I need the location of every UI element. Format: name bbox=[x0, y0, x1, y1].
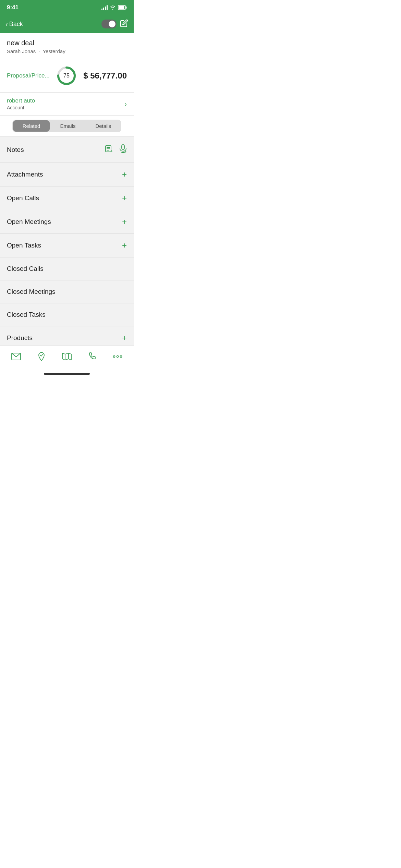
nav-actions bbox=[101, 19, 128, 29]
section-open-calls-label: Open Calls bbox=[7, 194, 39, 202]
section-closed-meetings-label: Closed Meetings bbox=[7, 288, 56, 296]
mail-icon bbox=[11, 353, 21, 360]
deal-meta: Sarah Jonas · Yesterday bbox=[7, 48, 127, 54]
open-meetings-actions: + bbox=[122, 218, 127, 226]
account-row[interactable]: robert auto Account › bbox=[0, 93, 134, 116]
signal-bars-icon bbox=[101, 5, 108, 10]
account-name: robert auto bbox=[7, 97, 35, 104]
attachments-actions: + bbox=[122, 170, 127, 179]
section-open-tasks[interactable]: Open Tasks + bbox=[0, 234, 134, 257]
svg-rect-1 bbox=[126, 7, 127, 9]
related-content: Notes + + bbox=[0, 137, 134, 346]
svg-point-20 bbox=[120, 355, 122, 357]
battery-icon bbox=[118, 5, 127, 10]
wifi-icon bbox=[110, 5, 116, 10]
deal-header: new deal Sarah Jonas · Yesterday bbox=[0, 33, 134, 59]
edit-icon[interactable] bbox=[120, 19, 128, 29]
tab-emails[interactable]: Emails bbox=[50, 120, 85, 132]
add-attachment-icon[interactable]: + bbox=[122, 170, 127, 179]
bottom-tab-mail[interactable] bbox=[3, 346, 29, 366]
deal-meta-separator: · bbox=[38, 48, 40, 54]
svg-rect-2 bbox=[119, 6, 124, 9]
section-closed-calls-label: Closed Calls bbox=[7, 265, 44, 273]
back-button[interactable]: ‹ Back bbox=[5, 20, 23, 28]
section-open-meetings-label: Open Meetings bbox=[7, 218, 51, 226]
status-icons bbox=[101, 5, 127, 10]
add-note-text-icon[interactable]: + bbox=[105, 145, 114, 155]
add-call-icon[interactable]: + bbox=[122, 194, 127, 202]
deal-author: Sarah Jonas bbox=[7, 48, 36, 54]
section-notes-label: Notes bbox=[7, 146, 24, 154]
more-icon bbox=[113, 355, 122, 358]
map-icon bbox=[62, 352, 72, 361]
section-open-meetings[interactable]: Open Meetings + bbox=[0, 210, 134, 234]
account-chevron-icon: › bbox=[124, 100, 127, 108]
section-closed-tasks-label: Closed Tasks bbox=[7, 311, 46, 318]
svg-point-18 bbox=[113, 355, 115, 357]
nav-bar: ‹ Back bbox=[0, 15, 134, 33]
account-info: robert auto Account bbox=[7, 97, 35, 110]
donut-number: 75 bbox=[63, 73, 70, 79]
section-closed-meetings[interactable]: Closed Meetings bbox=[0, 280, 134, 303]
account-type: Account bbox=[7, 105, 35, 110]
svg-text:+: + bbox=[111, 149, 113, 153]
section-closed-calls[interactable]: Closed Calls bbox=[0, 257, 134, 280]
section-attachments[interactable]: Attachments + bbox=[0, 163, 134, 186]
section-open-calls[interactable]: Open Calls + bbox=[0, 186, 134, 210]
deal-title: new deal bbox=[7, 39, 127, 47]
stage-label: Proposal/Price... bbox=[7, 72, 50, 79]
tab-related[interactable]: Related bbox=[13, 120, 50, 132]
status-bar: 9:41 bbox=[0, 0, 134, 15]
toggle-switch[interactable] bbox=[101, 20, 117, 28]
tab-group: Related Emails Details bbox=[12, 120, 122, 132]
section-products[interactable]: Products + bbox=[0, 326, 134, 346]
add-voice-note-icon[interactable]: + bbox=[119, 144, 127, 155]
bottom-tab-bar bbox=[0, 346, 134, 370]
stage-row[interactable]: Proposal/Price... 75 $ 56,777.00 bbox=[0, 59, 134, 93]
deal-amount: $ 56,777.00 bbox=[83, 71, 127, 81]
add-meeting-icon[interactable]: + bbox=[122, 218, 127, 226]
tab-bar: Related Emails Details bbox=[0, 116, 134, 137]
bottom-tab-checkin[interactable] bbox=[29, 346, 54, 366]
section-products-label: Products bbox=[7, 334, 33, 342]
bottom-tab-phone[interactable] bbox=[80, 346, 105, 366]
add-product-icon[interactable]: + bbox=[122, 334, 127, 342]
svg-text:+: + bbox=[124, 150, 126, 153]
back-label: Back bbox=[9, 21, 23, 28]
home-indicator-bar bbox=[44, 373, 90, 375]
svg-rect-10 bbox=[122, 145, 124, 149]
notes-actions: + + bbox=[105, 144, 127, 155]
svg-point-19 bbox=[117, 355, 119, 357]
section-open-tasks-label: Open Tasks bbox=[7, 242, 41, 249]
add-task-icon[interactable]: + bbox=[122, 241, 127, 250]
phone-icon bbox=[88, 352, 96, 361]
status-time: 9:41 bbox=[7, 4, 19, 11]
checkin-icon bbox=[37, 352, 46, 361]
section-closed-tasks[interactable]: Closed Tasks bbox=[0, 303, 134, 326]
tab-details[interactable]: Details bbox=[86, 120, 121, 132]
section-attachments-label: Attachments bbox=[7, 171, 43, 178]
bottom-tab-map[interactable] bbox=[54, 346, 80, 366]
products-actions: + bbox=[122, 334, 127, 342]
open-tasks-actions: + bbox=[122, 241, 127, 250]
home-indicator bbox=[0, 370, 134, 377]
stage-donut: 75 bbox=[56, 65, 77, 86]
svg-marker-15 bbox=[62, 353, 71, 360]
section-notes[interactable]: Notes + + bbox=[0, 137, 134, 163]
deal-date: Yesterday bbox=[42, 48, 65, 54]
open-calls-actions: + bbox=[122, 194, 127, 202]
bottom-tab-more[interactable] bbox=[105, 346, 130, 366]
back-chevron-icon: ‹ bbox=[5, 20, 8, 28]
